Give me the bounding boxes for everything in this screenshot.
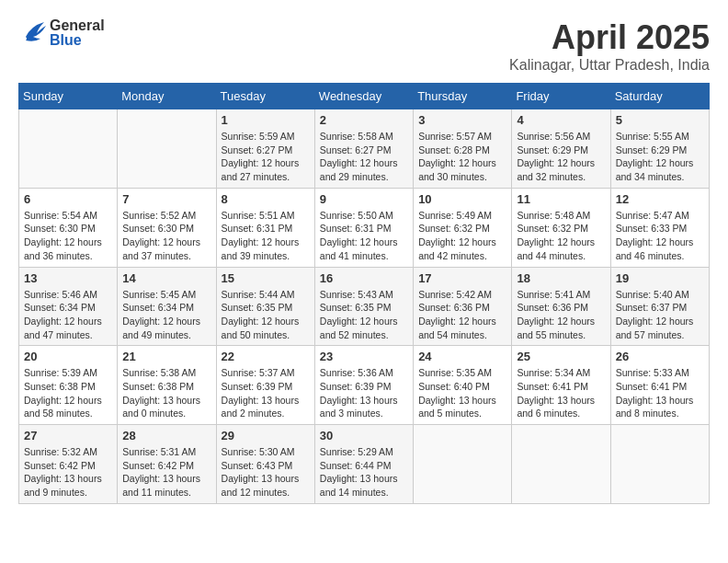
logo: General Blue bbox=[18, 18, 105, 48]
calendar-day-cell: 11Sunrise: 5:48 AM Sunset: 6:32 PM Dayli… bbox=[512, 188, 610, 267]
calendar-day-cell: 2Sunrise: 5:58 AM Sunset: 6:27 PM Daylig… bbox=[314, 109, 413, 189]
day-number: 23 bbox=[320, 350, 408, 363]
calendar-day-cell: 26Sunrise: 5:33 AM Sunset: 6:41 PM Dayli… bbox=[610, 346, 709, 425]
calendar-day-cell: 14Sunrise: 5:45 AM Sunset: 6:34 PM Dayli… bbox=[118, 267, 216, 346]
day-number: 21 bbox=[122, 350, 210, 363]
calendar-day-cell: 1Sunrise: 5:59 AM Sunset: 6:27 PM Daylig… bbox=[216, 109, 314, 189]
day-info: Sunrise: 5:34 AM Sunset: 6:41 PM Dayligh… bbox=[517, 366, 605, 420]
calendar: SundayMondayTuesdayWednesdayThursdayFrid… bbox=[18, 83, 710, 504]
day-number: 5 bbox=[616, 113, 704, 127]
day-number: 17 bbox=[418, 271, 506, 285]
day-number: 27 bbox=[24, 429, 112, 442]
calendar-day-cell: 24Sunrise: 5:35 AM Sunset: 6:40 PM Dayli… bbox=[414, 346, 512, 425]
day-info: Sunrise: 5:58 AM Sunset: 6:27 PM Dayligh… bbox=[320, 130, 408, 184]
logo-bird-icon bbox=[18, 18, 48, 48]
calendar-day-cell: 18Sunrise: 5:41 AM Sunset: 6:36 PM Dayli… bbox=[512, 267, 610, 346]
day-info: Sunrise: 5:30 AM Sunset: 6:43 PM Dayligh… bbox=[222, 445, 310, 500]
day-number: 20 bbox=[24, 350, 112, 363]
day-info: Sunrise: 5:37 AM Sunset: 6:39 PM Dayligh… bbox=[222, 366, 310, 420]
calendar-day-cell bbox=[414, 425, 512, 504]
weekday-header: Monday bbox=[118, 84, 216, 109]
day-number: 7 bbox=[122, 192, 210, 206]
day-info: Sunrise: 5:59 AM Sunset: 6:27 PM Dayligh… bbox=[222, 130, 310, 184]
calendar-day-cell bbox=[512, 425, 610, 504]
day-number: 24 bbox=[418, 350, 506, 363]
calendar-day-cell: 23Sunrise: 5:36 AM Sunset: 6:39 PM Dayli… bbox=[314, 346, 413, 425]
calendar-day-cell: 5Sunrise: 5:55 AM Sunset: 6:29 PM Daylig… bbox=[610, 109, 709, 189]
weekday-header: Friday bbox=[512, 84, 610, 109]
day-number: 8 bbox=[222, 192, 310, 206]
calendar-week-row: 20Sunrise: 5:39 AM Sunset: 6:38 PM Dayli… bbox=[19, 346, 710, 425]
day-info: Sunrise: 5:51 AM Sunset: 6:31 PM Dayligh… bbox=[222, 209, 310, 263]
day-number: 6 bbox=[24, 192, 112, 206]
day-info: Sunrise: 5:49 AM Sunset: 6:32 PM Dayligh… bbox=[418, 209, 506, 263]
calendar-day-cell: 21Sunrise: 5:38 AM Sunset: 6:38 PM Dayli… bbox=[118, 346, 216, 425]
day-number: 16 bbox=[320, 271, 408, 285]
calendar-day-cell: 10Sunrise: 5:49 AM Sunset: 6:32 PM Dayli… bbox=[414, 188, 512, 267]
logo-text: General Blue bbox=[50, 18, 105, 48]
day-info: Sunrise: 5:57 AM Sunset: 6:28 PM Dayligh… bbox=[418, 130, 506, 184]
calendar-day-cell bbox=[19, 109, 118, 189]
calendar-day-cell bbox=[118, 109, 216, 189]
header: General Blue April 2025 Kalinagar, Uttar… bbox=[18, 18, 710, 74]
weekday-header: Thursday bbox=[414, 84, 512, 109]
calendar-day-cell: 29Sunrise: 5:30 AM Sunset: 6:43 PM Dayli… bbox=[216, 425, 314, 504]
location-title: Kalinagar, Uttar Pradesh, India bbox=[509, 57, 710, 74]
day-info: Sunrise: 5:41 AM Sunset: 6:36 PM Dayligh… bbox=[517, 288, 605, 342]
calendar-day-cell: 4Sunrise: 5:56 AM Sunset: 6:29 PM Daylig… bbox=[512, 109, 610, 189]
day-info: Sunrise: 5:31 AM Sunset: 6:42 PM Dayligh… bbox=[122, 445, 210, 500]
calendar-day-cell: 9Sunrise: 5:50 AM Sunset: 6:31 PM Daylig… bbox=[314, 188, 413, 267]
day-info: Sunrise: 5:29 AM Sunset: 6:44 PM Dayligh… bbox=[320, 445, 408, 500]
calendar-day-cell: 13Sunrise: 5:46 AM Sunset: 6:34 PM Dayli… bbox=[19, 267, 118, 346]
day-info: Sunrise: 5:33 AM Sunset: 6:41 PM Dayligh… bbox=[616, 366, 704, 420]
calendar-header-row: SundayMondayTuesdayWednesdayThursdayFrid… bbox=[19, 84, 710, 109]
day-number: 14 bbox=[122, 271, 210, 285]
calendar-day-cell: 12Sunrise: 5:47 AM Sunset: 6:33 PM Dayli… bbox=[610, 188, 709, 267]
calendar-day-cell: 30Sunrise: 5:29 AM Sunset: 6:44 PM Dayli… bbox=[314, 425, 413, 504]
weekday-header: Wednesday bbox=[314, 84, 413, 109]
day-info: Sunrise: 5:36 AM Sunset: 6:39 PM Dayligh… bbox=[320, 366, 408, 420]
day-info: Sunrise: 5:55 AM Sunset: 6:29 PM Dayligh… bbox=[616, 130, 704, 184]
day-info: Sunrise: 5:56 AM Sunset: 6:29 PM Dayligh… bbox=[517, 130, 605, 184]
day-number: 4 bbox=[517, 113, 605, 127]
day-number: 26 bbox=[616, 350, 704, 363]
day-info: Sunrise: 5:50 AM Sunset: 6:31 PM Dayligh… bbox=[320, 209, 408, 263]
weekday-header: Saturday bbox=[610, 84, 709, 109]
calendar-day-cell: 20Sunrise: 5:39 AM Sunset: 6:38 PM Dayli… bbox=[19, 346, 118, 425]
day-info: Sunrise: 5:48 AM Sunset: 6:32 PM Dayligh… bbox=[517, 209, 605, 263]
day-number: 19 bbox=[616, 271, 704, 285]
day-number: 22 bbox=[222, 350, 310, 363]
day-number: 15 bbox=[222, 271, 310, 285]
day-number: 9 bbox=[320, 192, 408, 206]
month-title: April 2025 bbox=[509, 18, 710, 57]
calendar-week-row: 1Sunrise: 5:59 AM Sunset: 6:27 PM Daylig… bbox=[19, 109, 710, 189]
weekday-header: Sunday bbox=[19, 84, 118, 109]
day-number: 2 bbox=[320, 113, 408, 127]
calendar-day-cell: 28Sunrise: 5:31 AM Sunset: 6:42 PM Dayli… bbox=[118, 425, 216, 504]
calendar-day-cell bbox=[610, 425, 709, 504]
logo-general: General bbox=[50, 18, 105, 33]
calendar-day-cell: 25Sunrise: 5:34 AM Sunset: 6:41 PM Dayli… bbox=[512, 346, 610, 425]
calendar-day-cell: 19Sunrise: 5:40 AM Sunset: 6:37 PM Dayli… bbox=[610, 267, 709, 346]
day-number: 25 bbox=[517, 350, 605, 363]
calendar-day-cell: 17Sunrise: 5:42 AM Sunset: 6:36 PM Dayli… bbox=[414, 267, 512, 346]
calendar-day-cell: 7Sunrise: 5:52 AM Sunset: 6:30 PM Daylig… bbox=[118, 188, 216, 267]
day-number: 3 bbox=[418, 113, 506, 127]
calendar-week-row: 13Sunrise: 5:46 AM Sunset: 6:34 PM Dayli… bbox=[19, 267, 710, 346]
day-info: Sunrise: 5:43 AM Sunset: 6:35 PM Dayligh… bbox=[320, 288, 408, 342]
day-info: Sunrise: 5:39 AM Sunset: 6:38 PM Dayligh… bbox=[24, 366, 112, 420]
calendar-week-row: 6Sunrise: 5:54 AM Sunset: 6:30 PM Daylig… bbox=[19, 188, 710, 267]
day-number: 13 bbox=[24, 271, 112, 285]
day-info: Sunrise: 5:52 AM Sunset: 6:30 PM Dayligh… bbox=[122, 209, 210, 263]
day-info: Sunrise: 5:54 AM Sunset: 6:30 PM Dayligh… bbox=[24, 209, 112, 263]
day-number: 30 bbox=[320, 429, 408, 442]
calendar-day-cell: 3Sunrise: 5:57 AM Sunset: 6:28 PM Daylig… bbox=[414, 109, 512, 189]
title-section: April 2025 Kalinagar, Uttar Pradesh, Ind… bbox=[509, 18, 710, 74]
day-number: 29 bbox=[222, 429, 310, 442]
weekday-header: Tuesday bbox=[216, 84, 314, 109]
day-number: 10 bbox=[418, 192, 506, 206]
day-info: Sunrise: 5:42 AM Sunset: 6:36 PM Dayligh… bbox=[418, 288, 506, 342]
calendar-day-cell: 27Sunrise: 5:32 AM Sunset: 6:42 PM Dayli… bbox=[19, 425, 118, 504]
day-info: Sunrise: 5:47 AM Sunset: 6:33 PM Dayligh… bbox=[616, 209, 704, 263]
day-number: 11 bbox=[517, 192, 605, 206]
